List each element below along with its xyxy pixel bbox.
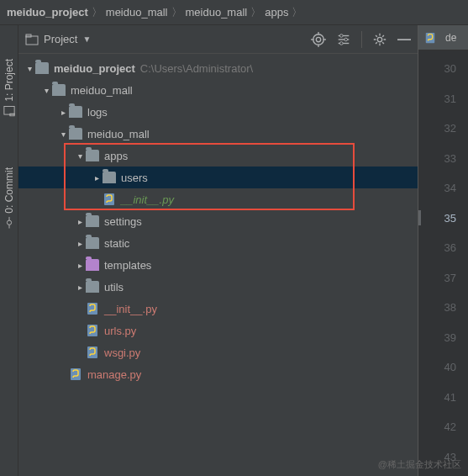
chevron-down-icon[interactable]: ▾	[74, 151, 86, 161]
folder-icon	[103, 172, 116, 183]
python-file-icon	[86, 324, 99, 337]
line-number[interactable]: 42	[418, 412, 468, 442]
line-number[interactable]: 33	[418, 144, 468, 174]
svg-point-2	[7, 220, 11, 225]
python-file-icon	[103, 193, 116, 206]
editor-gutter: de 3031323334353637383940414243	[418, 25, 468, 476]
line-number[interactable]: 40	[418, 352, 468, 383]
svg-point-16	[340, 34, 344, 37]
svg-point-19	[377, 37, 381, 41]
project-tree[interactable]: ▾ meiduo_project C:\Users\Administrator\…	[18, 54, 418, 476]
folder-icon	[86, 237, 99, 249]
python-file-icon	[423, 31, 437, 45]
folder-icon	[86, 281, 99, 293]
gear-icon[interactable]	[372, 32, 387, 47]
chevron-right-icon[interactable]: ▸	[74, 239, 86, 248]
settings-sliders-icon[interactable]	[336, 32, 351, 47]
chevron-down-icon[interactable]: ▾	[24, 64, 35, 73]
watermark: @稀土掘金技术社区	[378, 458, 461, 471]
project-tool-tab[interactable]: 1: Project	[3, 59, 15, 117]
chevron-down-icon[interactable]: ▾	[57, 130, 69, 139]
tree-node[interactable]: ▸ settings	[18, 210, 418, 232]
breadcrumb-item[interactable]: meiduo_mall	[186, 6, 248, 19]
chevron-right-icon: 〉	[92, 5, 103, 20]
line-number[interactable]: 38	[418, 293, 468, 323]
python-file-icon	[86, 346, 99, 359]
folder-icon	[69, 106, 82, 118]
chevron-right-icon[interactable]: ▸	[57, 108, 69, 117]
chevron-right-icon: 〉	[171, 5, 182, 20]
chevron-right-icon: 〉	[250, 5, 261, 20]
python-file-icon	[86, 302, 99, 315]
breadcrumb: meiduo_project 〉 meiduo_mall 〉 meiduo_ma…	[0, 0, 468, 25]
chevron-right-icon[interactable]: ▸	[74, 217, 86, 226]
chevron-right-icon[interactable]: ▸	[91, 173, 103, 182]
separator	[361, 31, 362, 48]
svg-point-17	[344, 38, 348, 41]
svg-point-8	[316, 37, 320, 41]
folder-icon	[86, 259, 99, 271]
folder-icon	[52, 84, 66, 96]
svg-point-7	[313, 34, 324, 45]
tree-node-file[interactable]: __init__.py	[18, 188, 418, 210]
line-number[interactable]: 31	[418, 84, 468, 114]
folder-icon	[86, 215, 99, 227]
tree-node-users[interactable]: ▸ users	[18, 167, 418, 188]
line-number[interactable]: 41	[418, 383, 468, 413]
folder-icon	[69, 128, 82, 140]
folder-icon	[35, 62, 49, 74]
tree-node[interactable]: ▸ static	[18, 232, 418, 254]
breadcrumb-item[interactable]: apps	[265, 6, 288, 19]
line-number[interactable]: 37	[418, 263, 468, 294]
line-number[interactable]: 30	[418, 54, 468, 84]
panel-title[interactable]: Project ▼	[25, 33, 91, 46]
tree-node[interactable]: ▸ utils	[18, 276, 418, 298]
project-icon	[3, 105, 15, 117]
breadcrumb-item[interactable]: meiduo_project	[7, 6, 88, 19]
line-number[interactable]: 36	[418, 233, 468, 263]
chevron-down-icon[interactable]: ▾	[40, 86, 52, 95]
tree-node-apps[interactable]: ▾ apps	[18, 145, 418, 167]
target-icon[interactable]	[311, 32, 326, 47]
chevron-right-icon: 〉	[292, 5, 302, 20]
tree-node[interactable]: ▾ meiduo_mall	[18, 123, 418, 145]
tree-node[interactable]: ▸ templates	[18, 254, 418, 276]
line-number[interactable]: 32	[418, 114, 468, 144]
tool-window-tabs: 1: Project 0: Commit	[0, 25, 18, 476]
chevron-right-icon[interactable]: ▸	[74, 261, 86, 270]
minimize-icon[interactable]: —	[397, 32, 411, 47]
line-number[interactable]: 35	[418, 204, 468, 234]
tree-node-file[interactable]: wsgi.py	[18, 341, 418, 363]
line-number[interactable]: 39	[418, 323, 468, 353]
breadcrumb-item[interactable]: meiduo_mall	[106, 6, 168, 19]
chevron-right-icon[interactable]: ▸	[74, 283, 86, 292]
project-icon	[25, 33, 39, 46]
editor-tab[interactable]: de	[418, 25, 468, 50]
svg-rect-0	[3, 106, 13, 114]
tree-node-file[interactable]: urls.py	[18, 320, 418, 341]
tree-node-file[interactable]: __init__.py	[18, 298, 418, 320]
tree-node[interactable]: ▾ meiduo_mall	[18, 79, 418, 101]
commit-icon	[3, 216, 15, 228]
line-number[interactable]: 34	[418, 173, 468, 204]
project-panel: Project ▼ — ▾ meiduo_project C:\Users\Ad…	[18, 25, 418, 476]
tree-node-root[interactable]: ▾ meiduo_project C:\Users\Administrator\	[18, 57, 418, 79]
commit-tool-tab[interactable]: 0: Commit	[3, 167, 15, 229]
folder-icon	[86, 150, 99, 161]
svg-point-18	[340, 41, 344, 45]
python-file-icon	[69, 368, 82, 381]
tree-node-file[interactable]: manage.py	[18, 363, 418, 385]
tree-node[interactable]: ▸ logs	[18, 101, 418, 123]
dropdown-icon: ▼	[82, 34, 91, 44]
